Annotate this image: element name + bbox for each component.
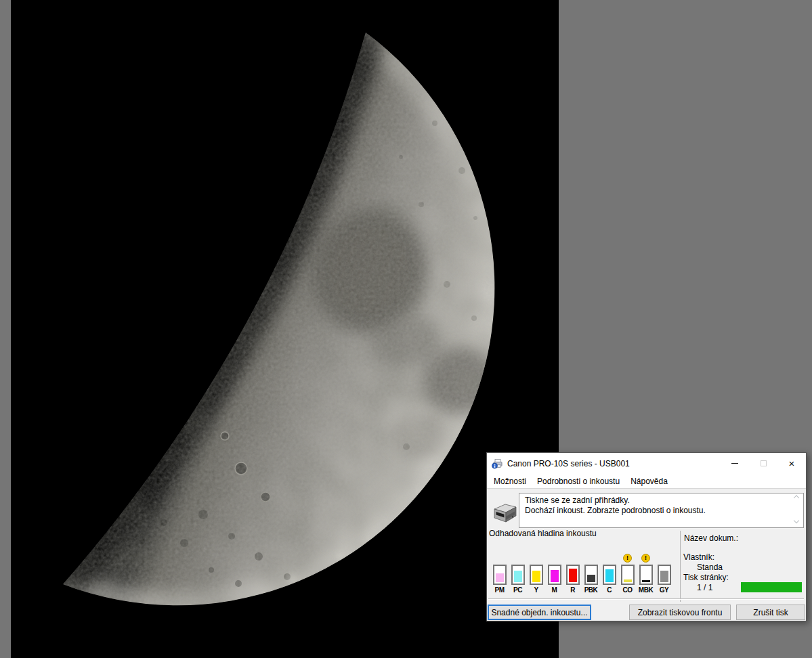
menu-item-napoveda[interactable]: Nápověda — [625, 475, 673, 488]
scroll-down-icon[interactable] — [794, 519, 800, 524]
ink-tank-label: MBK — [639, 586, 653, 594]
printer-info-icon — [492, 458, 503, 469]
ink-fill — [551, 570, 559, 582]
maximize-button-disabled — [749, 453, 777, 474]
show-print-queue-button[interactable]: Zobrazit tiskovou frontu — [629, 605, 731, 620]
cancel-print-button[interactable]: Zrušit tisk — [736, 605, 805, 620]
easy-ink-order-button[interactable]: Snadné objedn. inkoustu... — [488, 605, 591, 620]
print-progress-bar — [741, 582, 802, 592]
owner-label: Vlastník: — [683, 552, 714, 562]
maximize-icon — [761, 460, 767, 466]
desktop: Canon PRO-10S series - USB001 × Možnosti… — [0, 0, 812, 658]
menu-item-moznosti[interactable]: Možnosti — [488, 475, 532, 488]
pages-label: Tisk stránky: — [683, 573, 729, 582]
status-line-2: Dochází inkoust. Zobrazte podrobnosti o … — [525, 506, 788, 516]
doc-name-label: Název dokum.: — [684, 533, 738, 543]
minimize-button[interactable] — [721, 453, 749, 474]
ink-fill — [532, 571, 540, 582]
ink-tank-label: PC — [513, 586, 522, 594]
ink-tank-label: Y — [534, 586, 538, 594]
ink-fill — [514, 571, 522, 582]
print-job-panel: Název dokum.: Vlastník: Standa Tisk strá… — [683, 531, 805, 605]
ink-tank-body — [639, 565, 653, 585]
ink-tanks-row: ! PM ! PC ! Y ! M ! R — [490, 554, 673, 594]
ink-fill — [496, 573, 504, 582]
ink-fill — [660, 571, 668, 582]
print-progress-fill — [741, 582, 802, 592]
ink-tank-body — [584, 565, 598, 585]
ink-tank-pc: ! PC — [509, 554, 527, 594]
ink-tank-label: PBK — [584, 586, 598, 594]
ink-tank-gy: ! GY — [655, 554, 673, 594]
ink-tank-label: R — [570, 586, 575, 594]
low-ink-warning-icon: ! — [623, 554, 632, 563]
ink-tank-label: PM — [495, 586, 505, 594]
ink-fill — [642, 580, 650, 582]
scroll-up-icon[interactable] — [794, 497, 800, 502]
ink-tank-body — [530, 565, 543, 585]
ink-tank-c: ! C — [600, 554, 618, 594]
status-line-1: Tiskne se ze zadní přihrádky. — [525, 496, 788, 506]
panel-divider — [680, 531, 681, 602]
ink-fill — [605, 569, 614, 582]
ink-tank-co: ! CO — [618, 554, 637, 594]
owner-value: Standa — [697, 563, 723, 572]
status-message-box[interactable]: Tiskne se ze zadní přihrádky. Dochází in… — [519, 493, 804, 528]
ink-tank-body — [621, 565, 635, 585]
ink-tank-body — [511, 565, 525, 585]
menu-item-podrobnosti-o-inkoustu[interactable]: Podrobnosti o inkoustu — [532, 475, 625, 488]
ink-tank-m: ! M — [545, 554, 563, 594]
printer-status-window: Canon PRO-10S series - USB001 × Možnosti… — [486, 452, 807, 621]
ink-tank-body — [603, 565, 616, 585]
ink-tank-body — [548, 565, 561, 585]
window-title: Canon PRO-10S series - USB001 — [507, 459, 630, 468]
menu-bar: Možnosti Podrobnosti o inkoustu Nápověda — [487, 474, 806, 489]
ink-tank-r: ! R — [563, 554, 582, 594]
title-bar: Canon PRO-10S series - USB001 × — [487, 453, 806, 474]
pages-value: 1 / 1 — [697, 583, 712, 592]
ink-fill — [624, 579, 632, 582]
ink-tank-label: M — [552, 586, 557, 594]
ink-tank-pm: ! PM — [490, 554, 509, 594]
ink-fill — [569, 569, 577, 582]
ink-tank-label: C — [607, 586, 612, 594]
ink-tank-mbk: ! MBK — [637, 554, 655, 594]
ink-tank-label: CO — [623, 586, 633, 594]
close-button[interactable]: × — [777, 453, 806, 474]
printer-illustration — [490, 499, 518, 527]
ink-tank-y: ! Y — [527, 554, 545, 594]
ink-section-title: Odhadovaná hladina inkoustu — [489, 529, 597, 538]
minimize-icon — [731, 463, 738, 464]
caption-controls: × — [721, 453, 806, 474]
ink-fill — [587, 575, 595, 582]
ink-tank-body — [658, 565, 671, 585]
ink-tank-body — [566, 565, 580, 585]
button-separator — [488, 598, 804, 600]
low-ink-warning-icon: ! — [641, 554, 650, 563]
ink-tank-label: GY — [660, 586, 668, 594]
ink-tank-body — [493, 565, 507, 585]
close-icon: × — [789, 458, 795, 468]
ink-tank-pbk: ! PBK — [582, 554, 600, 594]
